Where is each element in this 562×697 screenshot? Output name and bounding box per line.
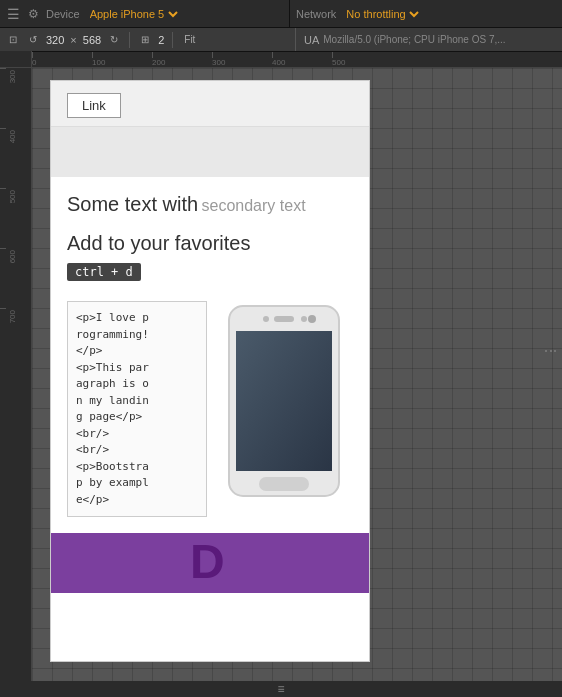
- ruler-horizontal: 0 100 200 300 400 500: [0, 52, 562, 68]
- svg-rect-4: [274, 316, 294, 322]
- top-toolbar: ☰ ⚙ Device Apple iPhone 5 Network No thr…: [0, 0, 562, 28]
- device-select[interactable]: Apple iPhone 5: [86, 7, 181, 21]
- phone-image: [215, 301, 353, 517]
- main-area: 300 400 500 600 700 Link: [0, 68, 562, 697]
- network-section: Network No throttling: [290, 0, 562, 27]
- crop-icon[interactable]: ⊡: [6, 33, 20, 46]
- separator-1: [129, 32, 130, 48]
- svg-point-6: [308, 315, 316, 323]
- x-separator: ×: [70, 34, 76, 46]
- ruler-h-ticks: 0 100 200 300 400 500: [32, 52, 562, 67]
- svg-rect-2: [236, 331, 332, 471]
- bottom-icon: ≡: [277, 682, 284, 696]
- fit-button[interactable]: Fit: [181, 33, 198, 46]
- bottom-bar: ≡: [0, 681, 562, 697]
- dimension-controls: ⊡ ↺ 320 × 568 ↻ ⊞ 2 Fit: [6, 28, 296, 51]
- main-text: Some text with: [67, 193, 198, 215]
- network-label: Network: [296, 8, 336, 20]
- secondary-text: secondary text: [202, 197, 306, 214]
- vtick-700: 700: [0, 308, 17, 323]
- purple-logo: D: [180, 538, 240, 588]
- svg-rect-7: [259, 477, 309, 491]
- dpr-icon[interactable]: ⊞: [138, 33, 152, 46]
- svg-point-3: [263, 316, 269, 322]
- ua-value: Mozilla/5.0 (iPhone; CPU iPhone OS 7,...: [323, 34, 505, 45]
- ua-section: UA Mozilla/5.0 (iPhone; CPU iPhone OS 7,…: [304, 34, 556, 46]
- width-value: 320: [46, 34, 64, 46]
- device-frame: Link Some text with secondary text Add t…: [50, 80, 370, 662]
- svg-point-5: [301, 316, 307, 322]
- vtick-400: 400: [0, 128, 17, 143]
- refresh-icon[interactable]: ↻: [107, 33, 121, 46]
- secondary-toolbar: ⊡ ↺ 320 × 568 ↻ ⊞ 2 Fit UA Mozilla/5.0 (…: [0, 28, 562, 52]
- purple-section: D: [51, 533, 369, 593]
- resize-handle[interactable]: ⋮: [544, 345, 558, 358]
- separator-2: [172, 32, 173, 48]
- device-section: ☰ ⚙ Device Apple iPhone 5: [0, 0, 290, 27]
- link-section: Link: [51, 81, 369, 127]
- page-content: Link Some text with secondary text Add t…: [51, 81, 369, 661]
- tick-200: 200: [152, 52, 165, 67]
- vtick-300: 300: [0, 68, 17, 83]
- rotate-icon[interactable]: ↺: [26, 33, 40, 46]
- tick-500: 500: [332, 52, 345, 67]
- tick-400: 400: [272, 52, 285, 67]
- vtick-600: 600: [0, 248, 17, 263]
- settings-icon: ⚙: [26, 7, 40, 21]
- svg-text:D: D: [190, 538, 225, 588]
- gray-spacer: [51, 127, 369, 177]
- favorites-section: Add to your favorites ctrl + d: [51, 224, 369, 301]
- tick-0: 0: [32, 52, 36, 67]
- shortcut-badge: ctrl + d: [67, 263, 141, 281]
- content-columns: <p>I love p rogramming! </p> <p>This par…: [51, 301, 369, 533]
- link-button[interactable]: Link: [67, 93, 121, 118]
- tick-100: 100: [92, 52, 105, 67]
- ua-label: UA: [304, 34, 319, 46]
- phone-svg: [224, 301, 344, 501]
- ruler-corner: [0, 51, 32, 67]
- text-section: Some text with secondary text: [51, 177, 369, 224]
- vtick-500: 500: [0, 188, 17, 203]
- menu-icon: ☰: [6, 7, 20, 21]
- device-label: Device: [46, 8, 80, 20]
- ruler-vertical: 300 400 500 600 700: [0, 68, 32, 697]
- network-select[interactable]: No throttling: [342, 7, 422, 21]
- dpr-value: 2: [158, 34, 164, 46]
- code-box: <p>I love p rogramming! </p> <p>This par…: [67, 301, 207, 517]
- favorites-title: Add to your favorites: [67, 232, 353, 255]
- canvas-area: Link Some text with secondary text Add t…: [32, 68, 562, 697]
- tick-300: 300: [212, 52, 225, 67]
- height-value: 568: [83, 34, 101, 46]
